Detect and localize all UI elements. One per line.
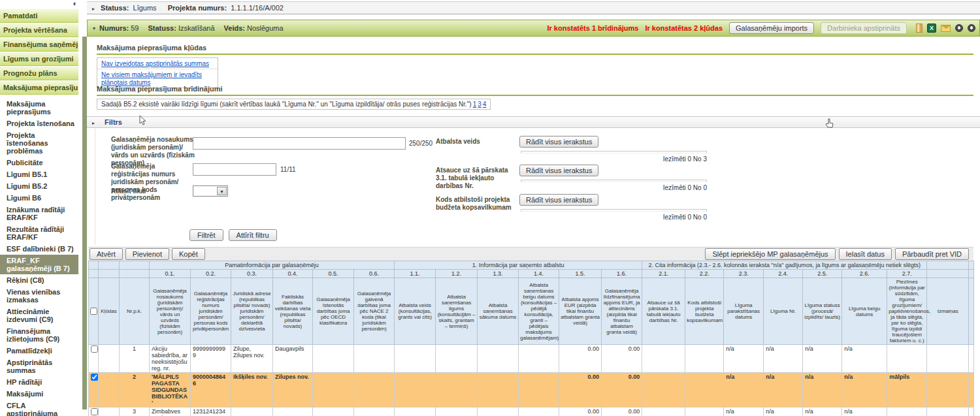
table-header-nrpk: Nr.p.k. [120,278,150,345]
sidebar-item[interactable]: Pamatlīdzekļi [0,345,78,357]
sidebar-section[interactable]: Līgums un grozījumi [0,52,78,66]
sidebar-item[interactable]: CFLA apstiprinājuma dokumenti [0,400,78,416]
sidebar-item[interactable]: ERAF_KF galasaņēmēji (B 7) [0,255,78,274]
table-column-number: 2.2. [685,270,724,278]
mail-icon[interactable] [941,25,951,32]
sidebar-item[interactable]: Projekta īstenošana [0,118,78,129]
sidebar-item[interactable]: Līgumi B6 [0,192,78,204]
sidebar-item[interactable]: Līgumi B5.1 [0,168,78,180]
row-checkbox[interactable] [91,408,98,415]
multiselect-counter: Iezīmēti 0 No 0 [521,214,707,221]
row-cell [395,345,436,373]
table-header-kludas: Kļūdas [99,278,120,345]
error-count-text: Ir konstatētas 2 kļūdas [645,24,723,32]
row-cell [519,345,559,373]
employee-approved-button[interactable]: Darbinieka apstiprināts [821,22,907,34]
table-corner-header [99,270,120,278]
nav-circle-2-icon[interactable] [968,24,975,32]
multiselect-listbox[interactable] [521,180,707,182]
toolbar-button[interactable]: Pārbaudīt pret VID [895,248,969,260]
sidebar-item[interactable]: Rēķini (C8) [0,274,78,286]
row-cell [436,345,478,373]
toolbar-button[interactable]: Atvērt [90,248,123,260]
multiselect-listbox[interactable] [521,151,707,153]
filter-bar[interactable]: ▸ Filtrs [87,116,980,128]
columns-icon[interactable] [916,24,923,33]
show-all-records-button[interactable]: Rādīt visus ierakstus [519,165,598,176]
toolbar-button[interactable]: Slēpt iepriekšējo MP galasaņēmējus [705,248,835,260]
sidebar-item[interactable]: HP rādītāji [0,376,78,388]
table-column-number: 1.2. [436,270,478,278]
row-cell: n/a [842,408,887,416]
expand-arrow-icon[interactable]: ▸ [92,6,95,12]
sidebar-item[interactable]: Vienas vienības izmaksas [0,286,78,306]
sidebar-item[interactable]: Maksājumi [0,388,78,400]
sidebar-item[interactable]: Iznākuma radītāji ERAF/KF [0,204,78,223]
row-cell: n/a [724,373,764,408]
sidebar-section[interactable]: Pamatdati [0,8,78,23]
beneficiary-name-input[interactable] [193,137,406,150]
sidebar-item[interactable]: Apstiprinātās summas [0,357,78,376]
table-column-header: Atbalsta saņemšanas sākuma datums [478,278,519,345]
row-checkbox[interactable] [91,345,98,353]
table-row[interactable]: 1Akciju sabiedrība, ar neeksistējošu reg… [89,345,974,373]
sidebar-item[interactable]: Finansējuma izlietojums (C9) [0,325,78,345]
sidebar-section[interactable]: Finansējuma saņēmējs [0,37,78,52]
row-cell: 0.00 [559,345,602,373]
row-checkbox[interactable] [91,374,98,381]
row-cell: Zimbabves paniņas [150,408,191,416]
filter-clear-button[interactable]: Attīrīt filtru [229,229,277,241]
status-label: Statuss: [101,4,129,12]
table-group-header: 2. Cita informācija (2.3.- 2.6. kolonnās… [642,261,927,270]
warning-page-link[interactable]: 4 [483,101,487,108]
sidebar-item[interactable]: Maksājuma pieprasījums [0,98,78,118]
row-cell [519,408,559,416]
filter-expand-icon[interactable]: ▸ [92,120,95,126]
excel-icon[interactable]: X [927,24,936,33]
show-all-records-button[interactable]: Rādīt visus ierakstus [519,194,598,206]
table-column-number: 2.6. [842,270,887,278]
sidebar-item[interactable]: Attiecināmie izdevumi (C9) [0,306,78,325]
import-beneficiaries-button[interactable]: Galasaņēmēju imports [729,22,814,34]
row-cell [519,373,559,408]
row-cell: n/a [764,373,803,408]
multiselect-listbox[interactable] [521,209,707,212]
warning-page-link[interactable]: 3 [478,101,482,108]
sidebar-item[interactable]: Publicitāte [0,157,78,168]
table-column-number: 1.3. [478,270,519,278]
table-row[interactable]: 2'MĀLPILS PAGASTA SIDGUNDAS BIBLIOTĒKA'9… [89,373,974,408]
chevron-down-icon[interactable]: ▼ [217,187,227,195]
toolbar-button[interactable]: Ielasīt datus [839,248,892,260]
row-cell [436,408,478,416]
error-link[interactable]: Ne visiem maksājumiem ir ievadīts plānot… [101,71,202,86]
show-all-records-button[interactable]: Rādīt visus ierakstus [519,136,598,148]
row-cell: 90000048646 [191,373,231,408]
table-column-number: 1.1. [395,270,436,278]
registration-number-input[interactable] [193,163,276,176]
sidebar-item[interactable]: ESF dalībnieki (B 7) [0,243,78,255]
table-row[interactable]: 3Zimbabves paniņas123124123410.000.00n/a… [89,408,974,416]
veids-value: Noslēguma [247,24,284,32]
filter-apply-button[interactable]: Filtrēt [189,229,223,241]
select-all-checkbox[interactable] [90,308,97,315]
error-link[interactable]: Nav izveidotas apstiprinātās summas [101,60,209,67]
table-corner-header [120,261,150,270]
sidebar-item[interactable]: Projekta īstenošanas problēmas [0,129,78,157]
sidebar-section[interactable]: Prognožu plāns [0,66,78,80]
row-cell: Daugavpils [273,345,313,373]
sidebar-item[interactable]: Rezultāta rādītāji ERAF/KF [0,223,78,243]
nav-circle-1-icon[interactable] [955,24,963,32]
collapse-arrow-icon[interactable]: ▾ [93,25,95,31]
sidebar-collapse-icon[interactable]: ⏴ [73,1,76,7]
warning-page-link[interactable]: 1 [473,101,477,108]
sidebar-item[interactable]: Līgumi B5.2 [0,180,78,192]
sidebar-section[interactable]: Projekta vērtēšana [0,23,78,37]
row-cell [927,373,969,408]
toolbar-button[interactable]: Kopēt [172,248,205,260]
multiselect-counter: Iezīmēti 0 No 3 [521,155,707,163]
select-only-dropdown[interactable]: ▼ [193,185,228,197]
table-filler-header [969,278,974,345]
toolbar-button[interactable]: Pievienot [125,248,169,260]
sidebar-section[interactable]: Maksājuma pieprasījumi [0,80,78,95]
row-number: 2 [120,373,150,408]
